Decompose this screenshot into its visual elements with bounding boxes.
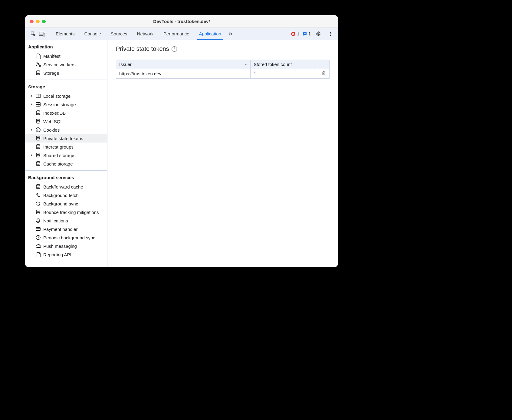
sidebar-item-manifest[interactable]: Manifest <box>25 52 107 60</box>
sidebar-item-label: Background sync <box>43 201 78 206</box>
content-area: ApplicationManifestService workersStorag… <box>25 40 338 267</box>
error-counter[interactable]: 1 <box>291 31 299 36</box>
toolbar-separator <box>49 30 49 38</box>
sidebar-item-private-state-tokens[interactable]: Private state tokens <box>25 134 107 143</box>
cell-actions <box>318 69 330 79</box>
settings-icon[interactable] <box>314 31 323 37</box>
sidebar-item-cache-storage[interactable]: Cache storage <box>25 159 107 168</box>
sidebar-item-reporting-api[interactable]: Reporting API <box>25 250 107 259</box>
window-title: DevTools - trusttoken.dev/ <box>25 19 338 24</box>
cell-count: 1 <box>251 69 318 79</box>
message-counter[interactable]: 1 <box>302 31 311 36</box>
sidebar-item-label: Payment handler <box>43 227 77 232</box>
tab-network[interactable]: Network <box>132 28 159 40</box>
sidebar-item-label: Interest groups <box>43 144 74 149</box>
svg-point-6 <box>330 33 331 34</box>
more-tabs-icon[interactable] <box>226 28 235 40</box>
inspect-element-icon[interactable] <box>29 28 38 40</box>
panel-tabs: ElementsConsoleSourcesNetworkPerformance… <box>51 28 226 40</box>
cookie-icon <box>35 127 41 133</box>
expand-arrow-icon <box>30 103 33 106</box>
table-icon <box>35 93 41 99</box>
sidebar-item-label: Private state tokens <box>43 136 83 141</box>
table-icon <box>35 102 41 107</box>
sidebar-item-label: Push messaging <box>43 244 77 249</box>
sidebar-item-label: Notifications <box>43 218 68 223</box>
expand-arrow-icon <box>30 153 33 157</box>
sidebar-item-push-messaging[interactable]: Push messaging <box>25 242 107 250</box>
sidebar-item-label: Session storage <box>43 102 76 107</box>
sidebar-item-label: Back/forward cache <box>43 184 83 189</box>
sidebar-item-label: Web SQL <box>43 119 63 124</box>
sidebar-item-background-sync[interactable]: Background sync <box>25 199 107 208</box>
panel-heading: Private state tokens i <box>116 45 330 52</box>
application-sidebar[interactable]: ApplicationManifestService workersStorag… <box>25 40 107 267</box>
cell-issuer: https://trusttoken.dev <box>116 69 251 79</box>
sidebar-item-label: IndexedDB <box>43 110 66 116</box>
file-icon <box>35 252 41 257</box>
sidebar-item-cookies[interactable]: Cookies <box>25 126 107 134</box>
file-icon <box>35 53 41 59</box>
titlebar: DevTools - trusttoken.dev/ <box>25 15 338 28</box>
database-icon <box>35 70 41 76</box>
sidebar-item-interest-groups[interactable]: Interest groups <box>25 143 107 151</box>
sidebar-item-shared-storage[interactable]: Shared storage <box>25 151 107 159</box>
clock-icon <box>35 235 41 240</box>
sidebar-item-background-fetch[interactable]: Background fetch <box>25 191 107 199</box>
col-count[interactable]: Stored token count <box>251 60 318 69</box>
svg-point-4 <box>318 33 319 34</box>
bell-icon <box>35 218 41 223</box>
device-toolbar-icon[interactable] <box>38 28 47 40</box>
database-icon <box>35 161 41 166</box>
sidebar-item-label: Local storage <box>43 94 71 99</box>
sidebar-item-session-storage[interactable]: Session storage <box>25 100 107 109</box>
panel-heading-text: Private state tokens <box>116 45 169 52</box>
info-icon[interactable]: i <box>172 46 177 52</box>
sidebar-item-service-workers[interactable]: Service workers <box>25 60 107 69</box>
sidebar-item-label: Storage <box>43 71 59 76</box>
database-icon <box>35 209 41 215</box>
sort-ascending-icon <box>244 63 247 66</box>
sidebar-item-back-forward-cache[interactable]: Back/forward cache <box>25 182 107 191</box>
table-row[interactable]: https://trusttoken.dev1 <box>116 69 330 79</box>
cloud-icon <box>35 243 41 249</box>
tab-sources[interactable]: Sources <box>106 28 132 40</box>
sidebar-item-label: Manifest <box>43 54 61 59</box>
minimize-window-button[interactable] <box>36 20 40 23</box>
delete-icon[interactable] <box>321 71 326 76</box>
tab-application[interactable]: Application <box>194 28 226 40</box>
col-count-label: Stored token count <box>254 62 292 67</box>
sidebar-item-notifications[interactable]: Notifications <box>25 216 107 225</box>
sidebar-item-bounce-tracking-mitigations[interactable]: Bounce tracking mitigations <box>25 208 107 216</box>
svg-point-5 <box>330 32 331 33</box>
col-issuer[interactable]: Issuer <box>116 60 251 69</box>
more-options-icon[interactable] <box>326 31 335 36</box>
sidebar-item-web-sql[interactable]: Web SQL <box>25 117 107 126</box>
sidebar-item-payment-handler[interactable]: Payment handler <box>25 225 107 233</box>
message-count: 1 <box>308 31 311 36</box>
sidebar-item-label: Service workers <box>43 62 76 67</box>
devtools-window: DevTools - trusttoken.dev/ ElementsConso… <box>25 15 338 267</box>
tokens-table: Issuer Stored token count https://trustt… <box>116 60 330 79</box>
maximize-window-button[interactable] <box>42 20 46 23</box>
database-icon <box>35 119 41 124</box>
section-header: Application <box>25 40 107 52</box>
sidebar-item-label: Reporting API <box>43 252 71 257</box>
database-icon <box>35 110 41 116</box>
sidebar-item-label: Periodic background sync <box>43 235 95 240</box>
main-panel: Private state tokens i Issuer Stored tok… <box>107 40 338 267</box>
expand-arrow-icon <box>30 128 33 132</box>
sidebar-item-label: Cache storage <box>43 161 73 166</box>
devtools-toolbar: ElementsConsoleSourcesNetworkPerformance… <box>25 28 338 40</box>
sidebar-item-local-storage[interactable]: Local storage <box>25 92 107 100</box>
close-window-button[interactable] <box>30 20 34 23</box>
database-icon <box>35 184 41 189</box>
col-issuer-label: Issuer <box>119 62 132 67</box>
sidebar-item-indexeddb[interactable]: IndexedDB <box>25 109 107 117</box>
tab-console[interactable]: Console <box>80 28 106 40</box>
tab-performance[interactable]: Performance <box>159 28 194 40</box>
sidebar-item-periodic-background-sync[interactable]: Periodic background sync <box>25 233 107 242</box>
tab-elements[interactable]: Elements <box>51 28 80 40</box>
sidebar-item-storage[interactable]: Storage <box>25 69 107 77</box>
sidebar-item-label: Cookies <box>43 127 60 133</box>
